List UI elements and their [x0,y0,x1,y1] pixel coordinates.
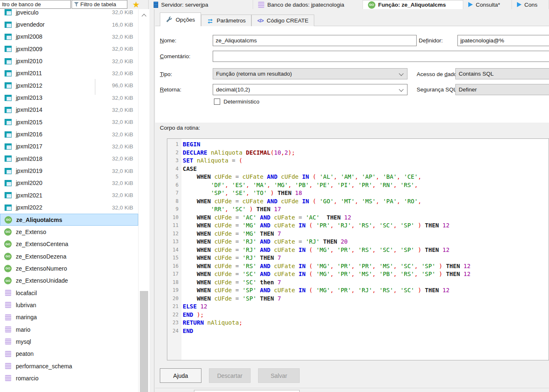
nome-input[interactable] [213,35,417,46]
tipo-label: Tipo: [160,71,172,77]
tree-item-ze_ExtensoDezena[interactable]: ze_ExtensoDezena [0,250,138,262]
tree-item-romarcio[interactable]: romarcio [0,372,138,384]
tree-item-lubrivan[interactable]: lubrivan [0,299,138,311]
table-icon [5,107,12,113]
sync-icon [207,18,214,24]
code-line: 7 'SP', 'SE', 'TO' ) THEN 18 [167,189,549,197]
database-icon [5,290,11,296]
table-size: 32,0 KiB [112,70,133,76]
tree-item-jpxml2011[interactable]: jpxml2011 32,0 KiB [0,67,138,79]
editor-tab-bar: OpçõesParâmetrosCódigo CREATE [160,12,314,26]
table-filter-input[interactable]: Filtro de tabela [72,0,127,9]
tree-item-jpxml2021[interactable]: jpxml2021 32,0 KiB [0,189,138,201]
main-tab-bar: Servidor: serverjpaBanco de dados: jpate… [148,0,549,9]
tree-item-locafacil[interactable]: locafacil [0,287,138,299]
bottom-divider [155,388,549,388]
table-size: 32,0 KiB [112,155,133,162]
table-size: 32,0 KiB [112,46,133,52]
definidor-input[interactable] [457,35,549,46]
tree-scrollbar[interactable] [138,9,149,392]
tree-item-jpxml2013[interactable]: jpxml2013 32,0 KiB [0,91,138,104]
star-icon [132,0,140,9]
editor-tab-par-metros[interactable]: Parâmetros [201,15,252,26]
go-function-icon [5,216,12,224]
code-line: 4CASE [167,165,549,173]
tree-item-jpxml2020[interactable]: jpxml2020 32,0 KiB [0,177,138,189]
main-tab-1[interactable]: Banco de dados: jpatecnologia [253,0,363,9]
tree-item-ze_ExtensoUnidade[interactable]: ze_ExtensoUnidade [0,275,138,287]
editor-tab-op-es[interactable]: Opções [160,12,201,26]
code-line: 14 WHEN cUFde = 'RJ' AND cUFate IN ( 'MG… [167,246,549,254]
tree-item-mysql[interactable]: mysql [0,335,138,348]
comentario-input[interactable] [213,51,549,62]
database-tree[interactable]: jpveiculo 32,0 KiB jpvendedor 16,0 KiB j… [0,9,138,392]
tipo-select[interactable]: Função (retorna um resultado) [213,68,407,79]
heidisql-window: jpveiculo 32,0 KiB jpvendedor 16,0 KiB j… [0,0,549,392]
tree-item-peaton[interactable]: peaton [0,348,138,360]
tree-item-ze_Extenso[interactable]: ze_Extenso [0,226,138,238]
tree-item-jpxml2008[interactable]: jpxml2008 32,0 KiB [0,31,138,43]
tree-item-performance_schema[interactable]: performance_schema [0,360,138,372]
database-filter-input[interactable]: ltro de banco de [0,0,71,9]
code-line: 8 WHEN cUFde = cUFate AND cUFde IN ( 'GO… [167,197,549,206]
database-icon [5,351,11,357]
tree-item-jpxml2010[interactable]: jpxml2010 32,0 KiB [0,55,138,67]
code-line: 21ELSE 12 [167,303,549,311]
main-tab-3[interactable]: Consulta* [463,0,512,9]
table-icon [5,119,12,125]
tree-item-jpxml2015[interactable]: jpxml2015 32,0 KiB [0,116,138,128]
deterministico-checkbox[interactable] [214,99,220,105]
funnel-icon [74,2,79,7]
tree-item-jpxml2016[interactable]: jpxml2016 32,0 KiB [0,128,138,140]
code-line: 11 WHEN cUFde = 'MG' AND cUFate IN ( 'PR… [167,222,549,230]
table-size: 96,0 KiB [112,82,133,89]
seguranca-sql-select[interactable]: Definer [455,84,549,95]
code-line: 12 WHEN cUFde = 'MG' THEN 7 [167,230,549,238]
tree-item-jpxml2017[interactable]: jpxml2017 32,0 KiB [0,141,138,153]
retorna-combobox[interactable]: decimal(10,2) [213,84,407,95]
tree-item-jpxml2009[interactable]: jpxml2009 32,0 KiB [0,43,138,55]
tree-item-ze_ExtensoCentena[interactable]: ze_ExtensoCentena [0,238,138,250]
table-size: 32,0 KiB [112,9,133,15]
tree-item-jpveiculo[interactable]: jpveiculo 32,0 KiB [0,9,138,18]
bottom-panel-edge [194,390,300,392]
scrollbar-thumb[interactable] [140,291,148,392]
table-icon [5,58,12,64]
database-icon [5,363,11,369]
code-line: 22END ); [167,311,549,319]
main-tab-4[interactable]: Cons [512,0,549,9]
deterministico-label: Determinístico [224,99,259,105]
favorites-button[interactable] [131,0,142,10]
tree-item-mario[interactable]: mario [0,323,138,335]
code-line: 18 WHEN cUFde = 'SC' then 7 [167,279,549,287]
tree-item-ze_ExtensoNumero[interactable]: ze_ExtensoNumero [0,262,138,274]
tree-item-maringa[interactable]: maringa [0,311,138,323]
main-tab-2[interactable]: Função: ze_AliquotaIcms [363,0,463,9]
ajuda-button[interactable]: Ajuda [160,368,201,383]
tree-item-jpxml2022[interactable]: jpxml2022 32,0 KiB [0,202,138,214]
main-tab-0[interactable]: Servidor: serverjpa [149,0,253,9]
salvar-button[interactable]: Salvar [258,368,300,383]
tree-item-jpvendedor[interactable]: jpvendedor 16,0 KiB [0,18,138,30]
table-size: 32,0 KiB [112,34,133,40]
table-size: 32,0 KiB [112,205,133,211]
tree-item-jpxml2012[interactable]: jpxml2012 96,0 KiB [0,79,138,91]
code-line: 5 WHEN cUFde = cUFate AND cUFde IN ( 'AL… [167,173,549,181]
tree-item-jpxml2018[interactable]: jpxml2018 32,0 KiB [0,153,138,165]
scrollbar-up-arrow-icon[interactable] [139,12,149,19]
tree-item-ze_AliquotaIcms[interactable]: ze_AliquotaIcms [0,214,138,226]
sql-code-editor[interactable]: 1BEGIN2DECLARE nAliquota DECIMAL(10,2);3… [167,138,549,360]
editor-tab-c-digo-create[interactable]: Código CREATE [251,15,314,26]
go-function-icon [368,1,375,9]
database-icon [5,302,11,308]
acesso-dados-select[interactable]: Contains SQL [455,68,549,79]
descartar-button[interactable]: Descartar [209,368,251,383]
table-icon [5,22,12,28]
code-line: 19 WHEN cUFde = 'SP' AND cUFate IN ( 'MG… [167,286,549,295]
tree-item-jpxml2019[interactable]: jpxml2019 32,0 KiB [0,165,138,177]
tree-item-jpxml2014[interactable]: jpxml2014 32,0 KiB [0,104,138,116]
table-size: 32,0 KiB [112,143,133,150]
table-icon [5,82,12,89]
nome-label: Nome: [160,37,176,44]
table-size: 32,0 KiB [112,192,133,198]
